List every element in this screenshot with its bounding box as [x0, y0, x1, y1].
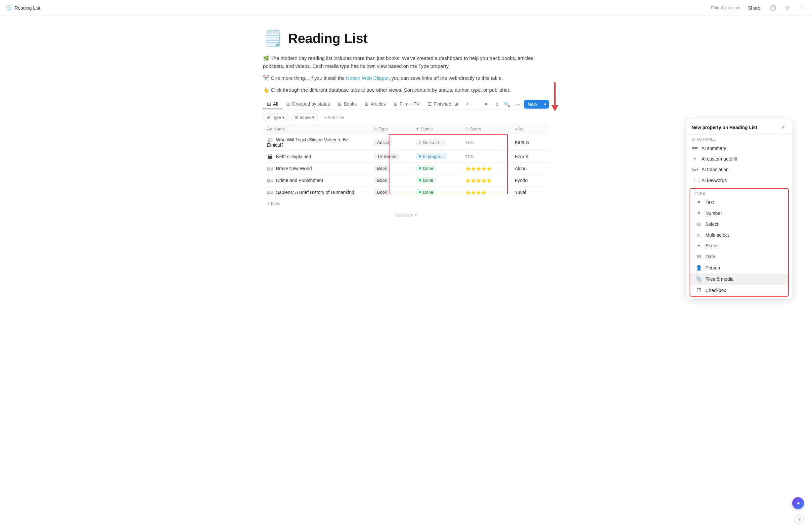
- type-text-item[interactable]: ≡ Text: [690, 197, 788, 208]
- cell-status[interactable]: Not start...: [411, 134, 461, 151]
- more-table-options-icon[interactable]: ···: [513, 100, 522, 109]
- cell-author[interactable]: Aldou: [511, 162, 549, 174]
- favorite-icon[interactable]: ☆: [783, 3, 792, 13]
- tab-books[interactable]: ⊞ Books: [334, 99, 361, 109]
- calculate-button[interactable]: Calculate ▾: [263, 209, 549, 221]
- cell-score[interactable]: ⭐⭐⭐⭐⭐: [461, 174, 511, 186]
- type-tag: TV Series: [374, 153, 400, 160]
- filter-row: ⊙ Type ▾ ⊙ Score ▾ + Add filter: [263, 114, 549, 121]
- cell-score[interactable]: TBD: [461, 151, 511, 162]
- new-property-panel: New property on Reading List × AI Autofi…: [686, 119, 792, 227]
- page-header: 🗒️ Reading List: [263, 29, 549, 48]
- score-stars: ⭐⭐⭐⭐⭐: [465, 166, 492, 171]
- row-name: Who Will Teach Silicon Valley to Be Ethi…: [267, 137, 348, 148]
- row-icon-article: 📰: [267, 137, 273, 142]
- cell-name[interactable]: 📖 Sapiens: A Brief History of Humankind: [263, 186, 370, 198]
- status-dot: [419, 167, 421, 170]
- number-type-icon: #: [696, 210, 702, 216]
- cell-author[interactable]: Kara S: [511, 134, 549, 151]
- type-filter-chip[interactable]: ⊙ Type ▾: [263, 114, 288, 121]
- status-badge: Done: [416, 189, 436, 195]
- tab-finished-list[interactable]: ☰ Finished list: [423, 99, 462, 109]
- cell-name[interactable]: 🎬 Netflix: explained: [263, 151, 370, 162]
- cell-score[interactable]: TBD: [461, 134, 511, 151]
- add-new-row-button[interactable]: + New: [263, 198, 549, 209]
- author-name: Aldou: [515, 166, 527, 171]
- cell-author[interactable]: Yuval: [511, 186, 549, 198]
- tab-grouped-icon: ⊟: [286, 101, 290, 106]
- share-button[interactable]: Share: [745, 4, 763, 12]
- more-options-icon[interactable]: ···: [797, 3, 807, 13]
- tab-articles[interactable]: ⊞ Articles: [361, 99, 390, 109]
- tabs-row: ⊞ All ⊟ Grouped by status ⊞ Books ⊞ Arti…: [263, 99, 549, 110]
- score-filter-chip[interactable]: ⊙ Score ▾: [291, 114, 318, 121]
- panel-close-button[interactable]: ×: [780, 124, 787, 131]
- cell-name[interactable]: 📖 Brave New World: [263, 162, 370, 174]
- ai-custom-autofill-item[interactable]: ✦ AI custom autofill: [686, 154, 792, 164]
- type-filter-chevron: ▾: [282, 115, 285, 120]
- add-filter-button[interactable]: + Add filter: [321, 114, 348, 121]
- new-button[interactable]: New ▾: [524, 100, 549, 109]
- calculate-label: Calculate: [395, 213, 413, 217]
- type-select-item[interactable]: ⊙ Select: [690, 218, 788, 227]
- ai-summary-icon: ≡≡: [692, 145, 698, 151]
- tab-articles-icon: ⊞: [365, 101, 368, 106]
- ai-translation-label: AI translation: [701, 167, 729, 172]
- cell-type[interactable]: Book: [370, 162, 412, 174]
- cell-type[interactable]: Book: [370, 186, 412, 198]
- row-name: Crime and Punishment: [276, 178, 323, 183]
- col-header-author[interactable]: ≡ Au: [511, 124, 549, 134]
- type-number-item[interactable]: # Number: [690, 208, 788, 218]
- col-header-status[interactable]: ✦ Status: [411, 124, 461, 134]
- topbar: 🗒️ Reading List Edited just now Share 🕐 …: [0, 0, 812, 16]
- ai-summary-label: AI summary: [701, 146, 726, 151]
- add-filter-label: + Add filter: [324, 115, 345, 120]
- cell-status[interactable]: In progre...: [411, 151, 461, 162]
- row-name: Brave New World: [276, 166, 312, 171]
- tab-grouped-by-status[interactable]: ⊟ Grouped by status: [282, 99, 334, 109]
- cell-status[interactable]: Done: [411, 162, 461, 174]
- status-label: Done: [423, 190, 433, 195]
- col-header-score[interactable]: ⊙ Score: [461, 124, 511, 134]
- col-header-name[interactable]: Aa Name: [263, 124, 370, 134]
- cell-type[interactable]: Article: [370, 134, 412, 151]
- cell-author[interactable]: Fyodo: [511, 174, 549, 186]
- table-wrapper: Aa Name ⊙ Type ✦ Status ⊙ Score ≡ Au 📰 W…: [263, 124, 549, 221]
- cell-type[interactable]: TV Series: [370, 151, 412, 162]
- tabs-right: ≡ ⇅ 🔍 ··· New ▾: [481, 100, 549, 109]
- score-stars: ⭐⭐⭐⭐: [465, 190, 487, 195]
- cell-score[interactable]: ⭐⭐⭐⭐: [461, 186, 511, 198]
- search-icon[interactable]: 🔍: [503, 100, 512, 109]
- type-filter-icon: ⊙: [267, 115, 270, 120]
- score-filter-chevron: ▾: [312, 115, 314, 120]
- cell-name[interactable]: 📰 Who Will Teach Silicon Valley to Be Et…: [263, 134, 370, 151]
- clock-icon[interactable]: 🕐: [768, 3, 778, 13]
- ai-summary-item[interactable]: ≡≡ AI summary: [686, 143, 792, 154]
- ai-translation-item[interactable]: Aa✦ AI translation: [686, 164, 792, 175]
- status-badge: Done: [416, 177, 436, 183]
- tabs-left: ⊞ All ⊟ Grouped by status ⊞ Books ⊞ Arti…: [263, 99, 473, 109]
- cell-name[interactable]: 📖 Crime and Punishment: [263, 174, 370, 186]
- type-tag: Book: [374, 177, 390, 183]
- add-tab-button[interactable]: +: [462, 99, 473, 109]
- cell-status[interactable]: Done: [411, 186, 461, 198]
- filter-icon[interactable]: ≡: [481, 100, 491, 109]
- tab-all[interactable]: ⊞ All: [263, 99, 282, 109]
- cell-type[interactable]: Book: [370, 174, 412, 186]
- topbar-title: Reading List: [15, 5, 40, 11]
- new-button-chevron[interactable]: ▾: [541, 100, 549, 109]
- ai-translation-icon: Aa✦: [692, 168, 698, 172]
- add-tab-icon: +: [466, 101, 469, 106]
- sort-icon[interactable]: ⇅: [492, 100, 501, 109]
- col-header-type[interactable]: ⊙ Type: [370, 124, 412, 134]
- notion-web-clipper-link[interactable]: Notion Web Clipper: [346, 75, 389, 81]
- description-line1: 🌿 The modern day reading list includes m…: [263, 54, 549, 70]
- cell-score[interactable]: ⭐⭐⭐⭐⭐: [461, 162, 511, 174]
- tab-film-tv[interactable]: ⊞ Film + TV: [390, 99, 423, 109]
- panel-title: New property on Reading List: [692, 125, 757, 130]
- cell-author[interactable]: Ezra K: [511, 151, 549, 162]
- score-filter-icon: ⊙: [294, 115, 298, 120]
- cell-status[interactable]: Done: [411, 174, 461, 186]
- ai-keywords-item[interactable]: ⋮⋮ AI keywords: [686, 175, 792, 186]
- status-badge: In progre...: [416, 153, 447, 160]
